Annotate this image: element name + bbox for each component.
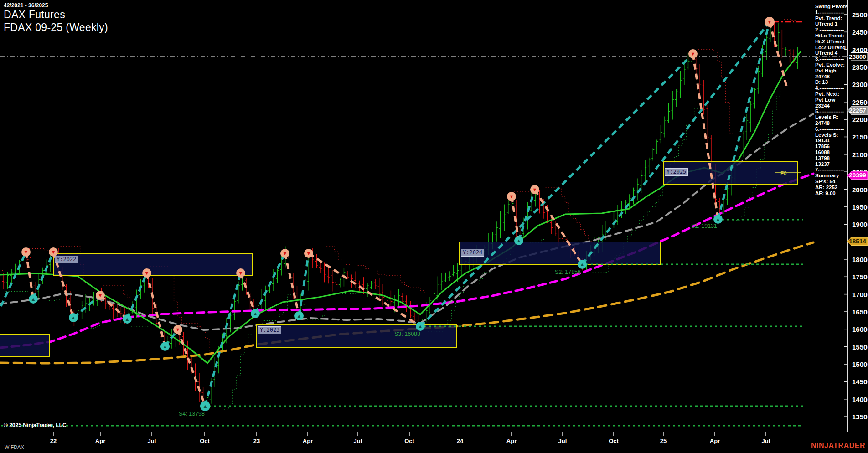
fast-ma-green bbox=[0, 51, 801, 363]
chart-date-range: 42/2021 - 36/2025 bbox=[4, 2, 48, 9]
swing-up-leg bbox=[255, 253, 285, 314]
info-panel-line: 2.-------------- bbox=[815, 27, 848, 33]
svg-text:▲: ▲ bbox=[163, 344, 168, 349]
y-axis-label: 14000 bbox=[852, 396, 868, 403]
y-axis-label: 23500 bbox=[852, 63, 868, 71]
svg-text:▼: ▼ bbox=[767, 19, 772, 25]
x-axis-label: Oct bbox=[609, 438, 619, 444]
y-axis-label: 13500 bbox=[852, 413, 868, 421]
info-panel-line: Lo:2 UTrend bbox=[815, 45, 848, 51]
info-panel-line: 4.-------------- bbox=[815, 85, 848, 91]
info-panel-line: Hi:2 UTrend bbox=[815, 39, 848, 45]
year-range-box[interactable] bbox=[460, 242, 660, 265]
x-axis-label: Apr bbox=[303, 438, 313, 444]
y-axis-label: 16000 bbox=[852, 325, 868, 333]
swing-up-leg bbox=[582, 22, 770, 264]
svg-text:▲: ▲ bbox=[517, 238, 522, 243]
x-axis-label: 22 bbox=[50, 438, 57, 444]
info-panel-line: Levels R: bbox=[815, 114, 848, 120]
x-axis-label: 25 bbox=[660, 438, 666, 444]
x-axis-label: 24 bbox=[457, 438, 463, 444]
x-axis-label: Jul bbox=[148, 438, 156, 444]
info-panel-line: AR: 2252 bbox=[815, 185, 848, 190]
svg-text:▲: ▲ bbox=[253, 311, 258, 316]
y-axis-label: 16500 bbox=[852, 308, 868, 316]
y-axis-label: 24500 bbox=[852, 28, 868, 36]
price-axis-badge: 20399 bbox=[847, 171, 868, 180]
svg-text:▲: ▲ bbox=[716, 216, 721, 222]
info-panel-line: 5.-------------- bbox=[815, 108, 848, 114]
info-panel-line: 23244 bbox=[815, 103, 848, 109]
x-axis-label: Oct bbox=[404, 438, 414, 444]
svg-text:▲: ▲ bbox=[125, 316, 130, 322]
year-range-box[interactable] bbox=[0, 334, 49, 357]
info-panel-line: UTrend 1 bbox=[815, 21, 848, 27]
swing-up-leg bbox=[33, 252, 53, 299]
info-panel-line: 7.-------------- bbox=[815, 167, 848, 173]
swing-up-leg bbox=[718, 22, 770, 219]
svg-text:▼: ▼ bbox=[98, 293, 103, 298]
svg-text:▼: ▼ bbox=[306, 251, 311, 256]
x-axis-label: Apr bbox=[506, 438, 517, 444]
datafeed-tab[interactable]: W FDAX bbox=[5, 444, 24, 450]
chart-subtitle: FDAX 09-25 (Weekly) bbox=[4, 21, 108, 34]
info-panel-line: 13798 bbox=[815, 155, 848, 161]
info-panel-line: SP's: 54 bbox=[815, 179, 848, 185]
info-panel-line: HiLo Trend: bbox=[815, 33, 848, 39]
svg-text:▼: ▼ bbox=[145, 270, 150, 276]
fib-level-label: F0 bbox=[780, 170, 786, 176]
svg-text:▼: ▼ bbox=[51, 249, 56, 255]
y-axis-label: 22500 bbox=[852, 98, 868, 106]
year-box-label: Y:2024 bbox=[461, 249, 484, 257]
year-range-box[interactable] bbox=[257, 324, 457, 347]
y-axis-label: 14500 bbox=[852, 378, 868, 386]
svg-text:▲: ▲ bbox=[297, 313, 302, 319]
swing-up-leg bbox=[299, 253, 309, 316]
support-level-label: S3: 16088 bbox=[394, 331, 420, 337]
svg-text:▲: ▲ bbox=[71, 315, 76, 320]
info-panel-line: 19131 bbox=[815, 138, 848, 144]
price-bars bbox=[2, 22, 799, 410]
svg-text:▲: ▲ bbox=[203, 403, 208, 409]
info-panel-line: 24748 bbox=[815, 74, 848, 80]
svg-text:▲: ▲ bbox=[31, 296, 36, 302]
year-box-label: Y:2022 bbox=[55, 256, 78, 263]
y-axis-label: 22000 bbox=[852, 116, 868, 124]
price-axis-badge: 23800 bbox=[847, 52, 868, 61]
svg-text:▼: ▼ bbox=[238, 270, 243, 276]
x-axis-label: Jul bbox=[762, 438, 770, 444]
svg-text:▲: ▲ bbox=[418, 324, 423, 329]
price-axis-badge: 22257 bbox=[847, 106, 868, 115]
info-panel-line: 13237 bbox=[815, 161, 848, 167]
swing-down-leg bbox=[241, 273, 255, 314]
info-panel-line: Pvt Low bbox=[815, 97, 848, 103]
svg-text:▼: ▼ bbox=[532, 187, 537, 192]
ninjatrader-chart-window: ▼▼▼▼▼▼▼▼▼▼▼▼▲▲▲▲▲▲▲▲▲▲▲ 42/2021 - 36/202… bbox=[0, 0, 868, 453]
svg-text:▼: ▼ bbox=[176, 327, 181, 332]
price-chart-canvas[interactable]: ▼▼▼▼▼▼▼▼▼▼▼▼▲▲▲▲▲▲▲▲▲▲▲ bbox=[0, 0, 868, 453]
y-axis-label: 21000 bbox=[852, 151, 868, 159]
swing-up-leg bbox=[1, 252, 26, 306]
chart-title: DAX Futures bbox=[4, 9, 65, 21]
y-axis-label: 21500 bbox=[852, 133, 868, 141]
ninjatrader-logo: NINJATRADER bbox=[807, 442, 865, 450]
y-axis-label: 15500 bbox=[852, 343, 868, 351]
support-level-label: S4: 13798 bbox=[179, 411, 205, 417]
x-axis-label: Jul bbox=[354, 438, 362, 444]
x-axis-label: 23 bbox=[253, 438, 260, 444]
info-panel-line: Pvt. Evolve: bbox=[815, 62, 848, 68]
y-axis-label: 18000 bbox=[852, 256, 868, 263]
svg-text:▼: ▼ bbox=[691, 51, 696, 57]
y-axis-label: 20000 bbox=[852, 186, 868, 194]
info-panel-line: 24748 bbox=[815, 120, 848, 126]
swing-up-leg bbox=[519, 190, 535, 241]
svg-text:▼: ▼ bbox=[283, 251, 288, 256]
info-panel-line: Pvt High bbox=[815, 68, 848, 74]
info-panel-line: 1.-------------- bbox=[815, 10, 848, 15]
y-axis-label: 19500 bbox=[852, 203, 868, 211]
x-axis-label: Apr bbox=[710, 438, 720, 444]
info-panel-line: Levels S: bbox=[815, 132, 848, 138]
price-axis-badge: 18514 bbox=[847, 237, 868, 246]
year-range-box[interactable] bbox=[53, 254, 252, 275]
info-panel-line: Summary bbox=[815, 173, 848, 179]
